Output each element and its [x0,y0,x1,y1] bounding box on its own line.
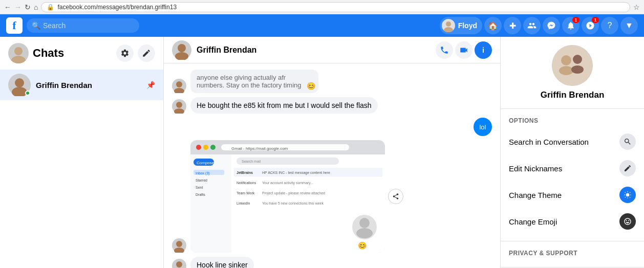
chat-header-avatar [172,40,191,60]
phone-call-button[interactable] [436,41,453,59]
more-icon[interactable]: ▼ [620,17,638,34]
facebook-logo: f [6,17,23,34]
svg-point-0 [446,21,451,27]
sidebar: Chats Griffin Brendan [0,37,164,268]
svg-point-16 [196,145,201,150]
compose-button[interactable] [138,44,155,62]
svg-point-10 [176,102,182,108]
chat-header-actions: i [436,41,492,59]
svg-text:Notifications: Notifications [237,181,256,185]
svg-point-7 [175,52,188,60]
right-profile: Griffin Brendan [501,45,644,109]
right-panel: Griffin Brendan OPTIONS Search in Conver… [501,37,644,268]
home-nav-btn[interactable]: 🏠 [484,17,502,34]
message-row-sent: lol [172,118,492,136]
home-btn[interactable]: ⌂ [34,3,38,11]
share-button[interactable] [388,189,403,204]
chat-item-name: Griffin Brendan [36,81,141,90]
message-text: He bought the e85 kit from me but I woul… [197,101,372,109]
browser-bar: ← → ↻ ⌂ 🔒 facebook.com/messages/t/brenda… [0,0,644,14]
svg-text:LinkedIn: LinkedIn [237,202,250,205]
svg-point-50 [176,261,182,267]
help-icon[interactable]: ? [601,17,618,34]
avatar [442,19,455,32]
contact-more-icon[interactable]: 📌 [146,81,155,89]
svg-text:Search mail: Search mail [242,160,261,163]
svg-point-13 [174,248,184,253]
svg-point-54 [559,66,573,75]
message-bubble-sent: lol [474,118,492,136]
svg-text:Compose: Compose [197,161,214,165]
svg-point-9 [174,88,184,93]
svg-rect-21 [190,154,231,253]
message-bubble: He bought the e85 kit from me but I woul… [190,97,378,114]
theme-option-icon [619,187,636,203]
svg-point-48 [359,218,370,228]
change-theme-item[interactable]: Change Theme [501,182,644,208]
message-bubble: Hook line sinker [190,257,254,268]
search-input[interactable] [27,18,139,33]
svg-point-57 [626,193,630,197]
change-emoji-item[interactable]: Change Emoji [501,208,644,235]
url-bar[interactable]: 🔒 facebook.com/messages/t/brendan.griffi… [41,2,630,12]
info-button[interactable]: i [475,41,492,59]
notification-badge: 1 [572,17,579,23]
friends-icon[interactable]: 1 [582,17,599,34]
search-container: 🔍 [27,18,139,33]
emoji-reaction-btn-img[interactable]: 😊 [358,241,367,250]
sidebar-title: Chats [33,47,112,60]
messages-area: anyone else giving actually afr numbers.… [164,63,500,268]
refresh-btn[interactable]: ↻ [25,3,31,11]
people-icon[interactable] [523,17,541,34]
chat-header-name: Griffin Brendan [197,46,431,55]
svg-point-2 [14,47,23,55]
svg-text:You have 5 new connections thi: You have 5 new connections this week [262,202,324,205]
video-call-button[interactable] [455,41,473,59]
svg-point-56 [571,65,584,74]
chat-item[interactable]: Griffin Brendan 📌 [0,70,163,100]
message-image-container: Gmail - https://mail.google.com Compose … [190,140,385,253]
svg-point-3 [11,56,26,63]
svg-point-12 [176,241,182,247]
svg-text:HP ACKS INC - test message con: HP ACKS INC - test message content here [262,171,330,175]
svg-text:Your account activity summary.: Your account activity summary... [262,181,313,185]
svg-text:Starred: Starred [196,178,207,182]
back-btn[interactable]: ← [4,3,11,11]
message-row: Hook line sinker [172,257,492,268]
message-text: lol [479,123,486,131]
bookmark-btn[interactable]: ☆ [633,3,640,11]
svg-point-6 [178,44,186,52]
notifications-icon[interactable]: 1 [562,17,579,34]
message-image: Gmail - https://mail.google.com Compose … [190,140,385,253]
message-text: Hook line sinker [197,261,248,268]
svg-text:Gmail - https://mail.google.co: Gmail - https://mail.google.com [231,146,288,151]
chat-item-actions: 📌 [146,81,155,89]
svg-text:Drafts: Drafts [196,193,205,196]
options-label: OPTIONS [501,115,644,128]
chat-item-info: Griffin Brendan [36,81,141,90]
main-layout: Chats Griffin Brendan [0,37,644,268]
sidebar-user-avatar [8,43,29,63]
messenger-icon[interactable] [543,17,560,34]
emoji-option-icon [619,213,636,230]
settings-button[interactable] [116,44,134,62]
create-nav-btn[interactable]: ✚ [504,17,521,34]
nav-right: Floyd 🏠 ✚ 1 1 ? ▼ [440,17,638,34]
emoji-reaction-btn[interactable]: 😊 [307,82,315,90]
chat-area: Griffin Brendan i [164,37,501,268]
message-row: He bought the e85 kit from me but I woul… [172,97,492,114]
svg-point-52 [552,45,593,86]
user-name: Floyd [458,21,477,30]
forward-btn[interactable]: → [14,3,22,11]
message-row: anyone else giving actually afr numbers.… [172,70,492,93]
nav-user[interactable]: Floyd [440,17,482,34]
chat-list: Griffin Brendan 📌 [0,70,163,268]
search-in-conversation-item[interactable]: Search in Conversation [501,128,644,155]
sender-avatar [172,238,186,253]
edit-nicknames-item[interactable]: Edit Nicknames [501,155,644,182]
option-label: Change Emoji [509,217,557,226]
svg-text:JetBrains: JetBrains [237,171,253,174]
option-label: Edit Nicknames [509,164,562,173]
friends-badge: 1 [592,17,599,23]
svg-point-18 [210,145,216,150]
